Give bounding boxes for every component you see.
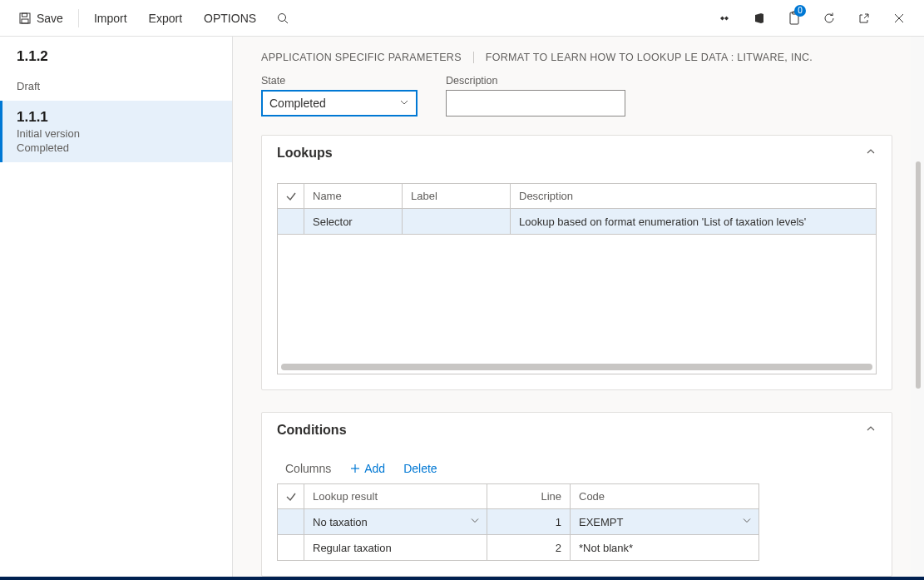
svg-rect-2 [22, 19, 28, 23]
lookups-header[interactable]: Lookups [262, 136, 892, 171]
version-status: Draft [17, 80, 217, 92]
description-input[interactable] [446, 90, 625, 116]
breadcrumb-sep [473, 52, 474, 63]
svg-rect-1 [22, 13, 27, 17]
col-label[interactable]: Label [403, 184, 511, 209]
lookups-title: Lookups [277, 146, 333, 161]
breadcrumb-a: APPLICATION SPECIFIC PARAMETERS [261, 52, 462, 63]
col-line[interactable]: Line [487, 484, 571, 509]
check-column-header[interactable] [278, 184, 304, 209]
versions-pane: 1.1.2 Draft 1.1.1 Initial version Comple… [0, 37, 233, 580]
export-button[interactable]: Export [141, 5, 190, 32]
delete-label: Delete [403, 462, 437, 475]
cell-name: Selector [304, 209, 403, 234]
table-row[interactable]: No taxation 1 EXEMPT [278, 509, 758, 534]
notifications-button[interactable]: 0 [779, 3, 809, 33]
refresh-button[interactable] [814, 3, 844, 33]
table-header: Name Label Description [278, 184, 876, 209]
columns-label[interactable]: Columns [285, 462, 331, 475]
refresh-icon [823, 12, 836, 25]
import-label: Import [94, 12, 127, 25]
chevron-down-icon [742, 516, 752, 528]
svg-line-11 [864, 14, 868, 18]
col-name[interactable]: Name [304, 184, 403, 209]
notifications-badge: 0 [794, 5, 806, 17]
row-check[interactable] [278, 535, 304, 560]
scrollbar[interactable] [916, 161, 921, 389]
cell-line: 1 [487, 509, 571, 534]
popout-button[interactable] [849, 3, 879, 33]
col-code[interactable]: Code [571, 484, 758, 509]
conditions-toolbar: Columns Add Delete [285, 462, 877, 475]
conditions-header[interactable]: Conditions [262, 413, 892, 449]
close-icon [892, 12, 906, 25]
cell-desc: Lookup based on format enumeration 'List… [511, 209, 876, 234]
import-button[interactable]: Import [86, 5, 136, 32]
breadcrumb: APPLICATION SPECIFIC PARAMETERS FORMAT T… [261, 52, 892, 63]
options-label: OPTIONS [204, 12, 256, 25]
cell-code[interactable]: *Not blank* [571, 535, 758, 560]
svg-marker-7 [755, 13, 761, 23]
options-button[interactable]: OPTIONS [195, 5, 264, 32]
chevron-up-icon [865, 423, 877, 438]
state-select[interactable]: Completed [261, 90, 418, 116]
row-check[interactable] [278, 509, 304, 534]
conditions-card: Conditions Columns Add [261, 412, 892, 577]
export-label: Export [149, 12, 182, 25]
check-column-header[interactable] [278, 484, 304, 509]
save-label: Save [37, 12, 63, 25]
cell-line: 2 [487, 535, 571, 560]
cell-result[interactable]: Regular taxation [304, 535, 487, 560]
status-bar [0, 577, 924, 580]
connector-button[interactable] [709, 3, 739, 33]
version-item[interactable]: 1.1.2 Draft [0, 40, 232, 101]
svg-marker-5 [720, 16, 724, 20]
search-icon [276, 12, 289, 25]
state-label: State [261, 75, 418, 87]
detail-pane: APPLICATION SPECIFIC PARAMETERS FORMAT T… [233, 37, 924, 580]
save-button[interactable]: Save [10, 5, 72, 32]
delete-button[interactable]: Delete [403, 462, 437, 475]
row-check[interactable] [278, 209, 304, 234]
cell-label [403, 209, 511, 234]
description-label: Description [446, 75, 625, 87]
popout-icon [857, 12, 871, 25]
add-label: Add [364, 462, 385, 475]
cell-code[interactable]: EXEMPT [571, 509, 758, 534]
svg-point-3 [279, 13, 286, 21]
connector-icon [718, 12, 731, 25]
office-icon [753, 12, 766, 25]
chevron-down-icon [470, 516, 480, 528]
search-button[interactable] [269, 5, 296, 32]
office-button[interactable] [744, 3, 774, 33]
table-header: Lookup result Line Code [278, 484, 758, 509]
table-row[interactable]: Selector Lookup based on format enumerat… [278, 209, 876, 234]
svg-line-4 [285, 20, 289, 23]
state-value: Completed [269, 97, 326, 110]
cell-result[interactable]: No taxation [304, 509, 487, 534]
chevron-up-icon [865, 146, 877, 161]
version-number: 1.1.1 [17, 109, 217, 126]
plus-icon [349, 463, 361, 474]
version-subtitle: Initial version [17, 127, 217, 140]
chevron-down-icon [399, 97, 409, 110]
conditions-title: Conditions [277, 423, 347, 438]
grid-empty-area [278, 234, 876, 374]
col-result[interactable]: Lookup result [304, 484, 487, 509]
breadcrumb-b: FORMAT TO LEARN HOW TO LOOKUP LE DATA : … [486, 52, 813, 63]
lookups-grid: Name Label Description Selector Lookup b… [277, 183, 877, 374]
table-row[interactable]: Regular taxation 2 *Not blank* [278, 534, 758, 560]
svg-marker-8 [761, 13, 763, 23]
version-number: 1.1.2 [17, 48, 217, 65]
svg-marker-6 [724, 16, 729, 20]
add-button[interactable]: Add [349, 462, 385, 475]
lookups-card: Lookups Name Label Description [261, 135, 892, 390]
separator [78, 9, 79, 27]
col-desc[interactable]: Description [511, 184, 876, 209]
conditions-grid: Lookup result Line Code No taxation [277, 483, 759, 561]
version-item-selected[interactable]: 1.1.1 Initial version Completed [0, 101, 232, 162]
version-status: Completed [17, 141, 217, 154]
action-bar: Save Import Export OPTIONS 0 [0, 0, 924, 37]
close-button[interactable] [884, 3, 914, 33]
